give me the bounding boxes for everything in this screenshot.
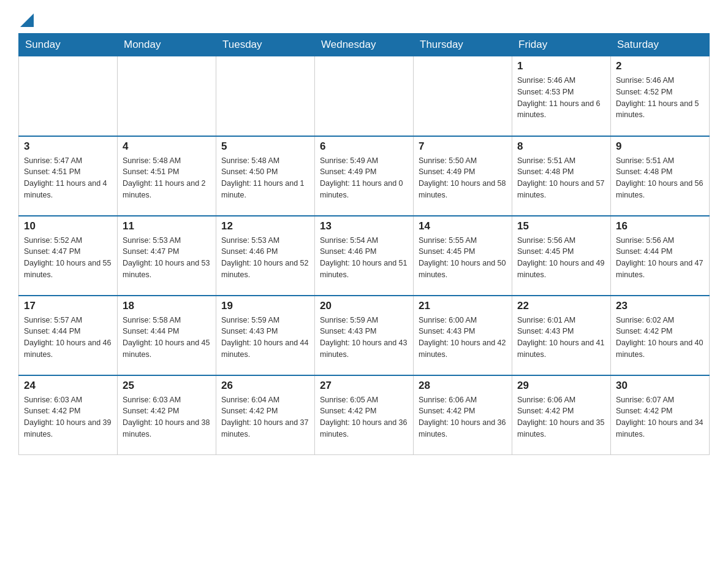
day-info: Sunrise: 5:52 AM Sunset: 4:47 PM Dayligh… (24, 235, 112, 281)
calendar-cell: 22Sunrise: 6:01 AM Sunset: 4:43 PM Dayli… (512, 296, 611, 375)
day-info: Sunrise: 6:06 AM Sunset: 4:42 PM Dayligh… (419, 394, 507, 440)
day-info: Sunrise: 5:48 AM Sunset: 4:50 PM Dayligh… (221, 155, 309, 201)
logo (18, 12, 34, 27)
header-saturday: Saturday (611, 34, 710, 56)
calendar-cell: 24Sunrise: 6:03 AM Sunset: 4:42 PM Dayli… (19, 375, 118, 455)
calendar-cell (414, 56, 512, 136)
day-number: 14 (419, 220, 507, 232)
calendar-cell: 28Sunrise: 6:06 AM Sunset: 4:42 PM Dayli… (414, 375, 512, 455)
calendar-cell: 21Sunrise: 6:00 AM Sunset: 4:43 PM Dayli… (414, 296, 512, 375)
day-number: 17 (24, 300, 112, 312)
day-info: Sunrise: 6:03 AM Sunset: 4:42 PM Dayligh… (123, 394, 211, 440)
calendar-cell: 26Sunrise: 6:04 AM Sunset: 4:42 PM Dayli… (216, 375, 315, 455)
day-info: Sunrise: 5:53 AM Sunset: 4:46 PM Dayligh… (221, 235, 309, 281)
calendar-cell: 5Sunrise: 5:48 AM Sunset: 4:50 PM Daylig… (216, 136, 315, 216)
day-number: 8 (517, 140, 605, 153)
calendar-cell: 10Sunrise: 5:52 AM Sunset: 4:47 PM Dayli… (19, 216, 118, 296)
day-number: 12 (221, 220, 309, 232)
day-info: Sunrise: 5:56 AM Sunset: 4:45 PM Dayligh… (517, 235, 605, 281)
day-info: Sunrise: 6:02 AM Sunset: 4:42 PM Dayligh… (616, 315, 704, 361)
day-number: 15 (517, 220, 605, 232)
day-number: 21 (419, 300, 507, 312)
day-number: 28 (419, 380, 507, 392)
calendar-cell: 13Sunrise: 5:54 AM Sunset: 4:46 PM Dayli… (315, 216, 414, 296)
calendar-cell: 29Sunrise: 6:06 AM Sunset: 4:42 PM Dayli… (512, 375, 611, 455)
week-row-4: 17Sunrise: 5:57 AM Sunset: 4:44 PM Dayli… (19, 296, 710, 375)
calendar-cell: 18Sunrise: 5:58 AM Sunset: 4:44 PM Dayli… (118, 296, 216, 375)
day-number: 5 (221, 140, 309, 153)
day-info: Sunrise: 6:01 AM Sunset: 4:43 PM Dayligh… (517, 315, 605, 361)
header-sunday: Sunday (19, 34, 118, 56)
day-number: 20 (320, 300, 408, 312)
day-number: 4 (123, 140, 211, 153)
calendar-cell: 7Sunrise: 5:50 AM Sunset: 4:49 PM Daylig… (414, 136, 512, 216)
calendar-cell: 12Sunrise: 5:53 AM Sunset: 4:46 PM Dayli… (216, 216, 315, 296)
day-info: Sunrise: 5:51 AM Sunset: 4:48 PM Dayligh… (616, 155, 704, 201)
calendar-cell: 27Sunrise: 6:05 AM Sunset: 4:42 PM Dayli… (315, 375, 414, 455)
header-tuesday: Tuesday (216, 34, 315, 56)
day-number: 18 (123, 300, 211, 312)
calendar-cell (315, 56, 414, 136)
calendar-cell (216, 56, 315, 136)
day-info: Sunrise: 5:49 AM Sunset: 4:49 PM Dayligh… (320, 155, 408, 201)
day-info: Sunrise: 6:06 AM Sunset: 4:42 PM Dayligh… (517, 394, 605, 440)
week-row-5: 24Sunrise: 6:03 AM Sunset: 4:42 PM Dayli… (19, 375, 710, 455)
calendar-cell: 14Sunrise: 5:55 AM Sunset: 4:45 PM Dayli… (414, 216, 512, 296)
day-number: 6 (320, 140, 408, 153)
calendar-cell: 2Sunrise: 5:46 AM Sunset: 4:52 PM Daylig… (611, 56, 710, 136)
day-info: Sunrise: 5:59 AM Sunset: 4:43 PM Dayligh… (221, 315, 309, 361)
day-number: 24 (24, 380, 112, 392)
calendar-cell: 6Sunrise: 5:49 AM Sunset: 4:49 PM Daylig… (315, 136, 414, 216)
day-number: 27 (320, 380, 408, 392)
calendar-cell: 30Sunrise: 6:07 AM Sunset: 4:42 PM Dayli… (611, 375, 710, 455)
day-number: 2 (616, 60, 704, 72)
calendar-cell: 25Sunrise: 6:03 AM Sunset: 4:42 PM Dayli… (118, 375, 216, 455)
day-info: Sunrise: 5:55 AM Sunset: 4:45 PM Dayligh… (419, 235, 507, 281)
day-number: 29 (517, 380, 605, 392)
day-number: 9 (616, 140, 704, 153)
day-info: Sunrise: 5:58 AM Sunset: 4:44 PM Dayligh… (123, 315, 211, 361)
day-number: 19 (221, 300, 309, 312)
day-number: 7 (419, 140, 507, 153)
calendar-cell: 11Sunrise: 5:53 AM Sunset: 4:47 PM Dayli… (118, 216, 216, 296)
day-info: Sunrise: 6:04 AM Sunset: 4:42 PM Dayligh… (221, 394, 309, 440)
day-number: 13 (320, 220, 408, 232)
day-info: Sunrise: 6:03 AM Sunset: 4:42 PM Dayligh… (24, 394, 112, 440)
day-info: Sunrise: 5:54 AM Sunset: 4:46 PM Dayligh… (320, 235, 408, 281)
day-info: Sunrise: 5:46 AM Sunset: 4:52 PM Dayligh… (616, 75, 704, 121)
day-info: Sunrise: 5:51 AM Sunset: 4:48 PM Dayligh… (517, 155, 605, 201)
day-info: Sunrise: 5:57 AM Sunset: 4:44 PM Dayligh… (24, 315, 112, 361)
calendar-cell: 20Sunrise: 5:59 AM Sunset: 4:43 PM Dayli… (315, 296, 414, 375)
day-info: Sunrise: 6:05 AM Sunset: 4:42 PM Dayligh… (320, 394, 408, 440)
header-friday: Friday (512, 34, 611, 56)
calendar-cell: 23Sunrise: 6:02 AM Sunset: 4:42 PM Dayli… (611, 296, 710, 375)
day-number: 3 (24, 140, 112, 153)
day-info: Sunrise: 6:00 AM Sunset: 4:43 PM Dayligh… (419, 315, 507, 361)
calendar-header-row: SundayMondayTuesdayWednesdayThursdayFrid… (19, 34, 710, 56)
day-info: Sunrise: 5:53 AM Sunset: 4:47 PM Dayligh… (123, 235, 211, 281)
header-monday: Monday (118, 34, 216, 56)
day-number: 30 (616, 380, 704, 392)
calendar-cell: 15Sunrise: 5:56 AM Sunset: 4:45 PM Dayli… (512, 216, 611, 296)
logo-triangle-icon (20, 13, 34, 27)
day-number: 26 (221, 380, 309, 392)
calendar-cell: 9Sunrise: 5:51 AM Sunset: 4:48 PM Daylig… (611, 136, 710, 216)
day-number: 1 (517, 60, 605, 72)
calendar-cell: 17Sunrise: 5:57 AM Sunset: 4:44 PM Dayli… (19, 296, 118, 375)
day-info: Sunrise: 5:47 AM Sunset: 4:51 PM Dayligh… (24, 155, 112, 201)
calendar-table: SundayMondayTuesdayWednesdayThursdayFrid… (18, 33, 710, 455)
day-number: 25 (123, 380, 211, 392)
day-info: Sunrise: 5:56 AM Sunset: 4:44 PM Dayligh… (616, 235, 704, 281)
day-info: Sunrise: 5:46 AM Sunset: 4:53 PM Dayligh… (517, 75, 605, 121)
week-row-3: 10Sunrise: 5:52 AM Sunset: 4:47 PM Dayli… (19, 216, 710, 296)
calendar-cell: 4Sunrise: 5:48 AM Sunset: 4:51 PM Daylig… (118, 136, 216, 216)
calendar-cell: 19Sunrise: 5:59 AM Sunset: 4:43 PM Dayli… (216, 296, 315, 375)
day-info: Sunrise: 5:59 AM Sunset: 4:43 PM Dayligh… (320, 315, 408, 361)
calendar-cell (19, 56, 118, 136)
week-row-2: 3Sunrise: 5:47 AM Sunset: 4:51 PM Daylig… (19, 136, 710, 216)
day-info: Sunrise: 6:07 AM Sunset: 4:42 PM Dayligh… (616, 394, 704, 440)
calendar-cell: 3Sunrise: 5:47 AM Sunset: 4:51 PM Daylig… (19, 136, 118, 216)
week-row-1: 1Sunrise: 5:46 AM Sunset: 4:53 PM Daylig… (19, 56, 710, 136)
day-number: 22 (517, 300, 605, 312)
page-header (18, 12, 710, 27)
